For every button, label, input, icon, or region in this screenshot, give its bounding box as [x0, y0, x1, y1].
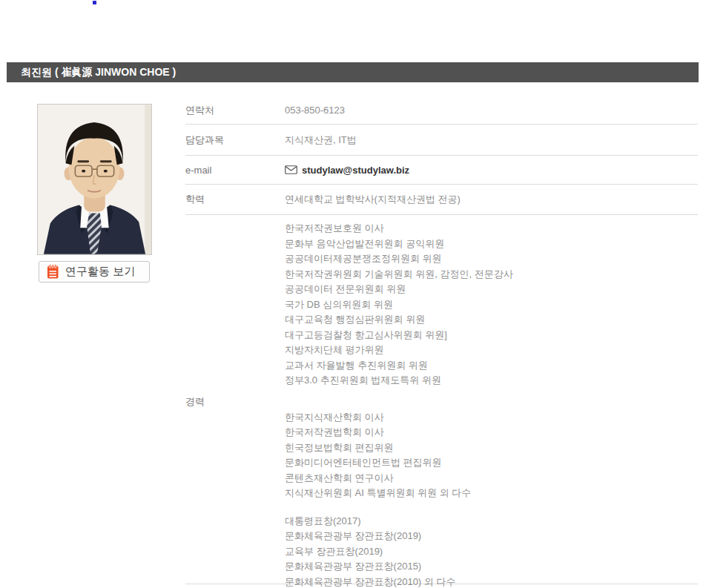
info-row-education: 학력 연세대학교 법학박사(지적재산권법 전공)	[185, 185, 698, 215]
career-line: 한국저작권위원회 기술위원회 위원, 감정인, 전문강사	[285, 267, 698, 283]
info-table: 연락처 053-850-6123 담당과목 지식재산권, IT법 e-mail …	[185, 96, 698, 584]
career-line: 문화미디어엔터테인먼트법 편집위원	[285, 455, 698, 471]
career-line: 한국지식재산학회 이사	[285, 410, 698, 426]
career-line: 문화체육관광부 장관표창(2015)	[285, 559, 698, 575]
research-activity-button[interactable]: 연구활동 보기	[39, 261, 150, 283]
career-line: 문화체육관광부 장관표창(2019)	[285, 529, 698, 544]
notepad-icon	[47, 264, 59, 280]
info-value-education: 연세대학교 법학박사(지적재산권법 전공)	[285, 193, 461, 206]
career-line: 문화부 음악산업발전위원회 공익위원	[285, 237, 698, 252]
profile-photo	[37, 104, 152, 255]
career-line: 지식재산위원회 AI 특별위원회 위원 외 다수	[285, 486, 698, 501]
career-line: 대통령표창(2017)	[285, 514, 698, 529]
career-line: 국가 DB 심의위원회 위원	[285, 297, 698, 313]
career-line: 힌국정보법학회 편집위원	[285, 440, 698, 456]
envelope-icon	[285, 165, 297, 174]
research-activity-button-label: 연구활동 보기	[65, 265, 135, 279]
career-line: 교과서 자율발행 추진위원회 위원	[285, 358, 698, 374]
top-artifact-marker	[93, 1, 96, 4]
career-line: 한국저작권보호원 이사	[285, 221, 698, 237]
info-row-career: 경력 한국저작권보호원 이사문화부 음악산업발전위원회 공익위원공공데이터제공분…	[185, 215, 698, 584]
email-link[interactable]: studylaw@studylaw.biz	[302, 165, 409, 176]
info-label-email: e-mail	[185, 165, 285, 176]
career-label: 경력	[185, 395, 205, 409]
career-group-awards: 대통령표창(2017)문화체육관광부 장관표창(2019)교육부 장관표창(20…	[285, 514, 698, 588]
info-label-subjects: 담당과목	[185, 133, 285, 147]
info-label-education: 학력	[185, 193, 285, 206]
info-value-subjects: 지식재산권, IT법	[285, 133, 357, 147]
info-value-contact: 053-850-6123	[285, 105, 345, 116]
career-line: 대구고등검찰청 항고심사위원회 위원]	[285, 328, 698, 343]
career-line: 공공데이터 전문위원회 위원	[285, 282, 698, 297]
career-line: 공공데이터제공분쟁조정위원회 위원	[285, 251, 698, 267]
career-group-academic: 한국지식재산학회 이사한국저작권법학회 이사힌국정보법학회 편집위원문화미디어엔…	[285, 410, 698, 501]
career-line: 지방자치단체 평가위원	[285, 343, 698, 358]
profile-title-bar: 최진원 ( 崔眞源 JINWON CHOE )	[7, 62, 699, 82]
profile-photo-image	[38, 105, 151, 254]
career-content: 한국저작권보호원 이사문화부 음악산업발전위원회 공익위원공공데이터제공분쟁조정…	[285, 215, 698, 588]
profile-name: 최진원 ( 崔眞源 JINWON CHOE )	[7, 66, 176, 79]
info-row-email: e-mail studylaw@studylaw.biz	[185, 156, 698, 185]
career-line: 한국저작권법학회 이사	[285, 425, 698, 440]
career-line: 정부3.0 추진위원회 법제도특위 위원	[285, 373, 698, 389]
career-line: 대구교육청 행정심판위원회 위원	[285, 312, 698, 328]
career-group-public-committees: 한국저작권보호원 이사문화부 음악산업발전위원회 공익위원공공데이터제공분쟁조정…	[285, 221, 698, 389]
career-line: 문화체육관광부 장관표창(2010) 외 다수	[285, 575, 698, 588]
info-label-contact: 연락처	[185, 104, 285, 117]
career-line: 교육부 장관표창(2019)	[285, 544, 698, 560]
info-row-subjects: 담당과목 지식재산권, IT법	[185, 125, 698, 156]
career-line: 콘텐츠재산학회 연구이사	[285, 471, 698, 486]
info-value-email: studylaw@studylaw.biz	[285, 165, 409, 176]
info-row-contact: 연락처 053-850-6123	[185, 96, 698, 125]
